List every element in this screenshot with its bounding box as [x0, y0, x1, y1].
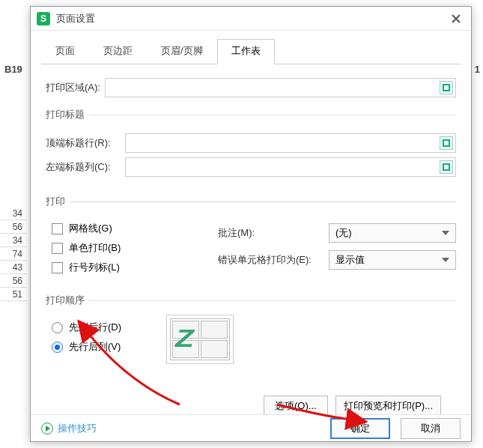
app-icon: S	[37, 12, 50, 25]
range-picker-icon[interactable]	[440, 136, 453, 150]
svg-rect-1	[443, 140, 449, 146]
row-col-headers-checkbox[interactable]	[52, 262, 63, 273]
tab-sheet[interactable]: 工作表	[217, 39, 275, 64]
dialog-title: 页面设置	[56, 12, 447, 25]
page-setup-dialog: S 页面设置 页面 页边距 页眉/页脚 工作表 打印区域(A): 打印标题 顶端…	[30, 6, 472, 442]
comments-select[interactable]: (无)	[329, 223, 456, 243]
dialog-body: 打印区域(A): 打印标题 顶端标题行(R): 左端标题列(C):	[31, 64, 471, 414]
left-title-cols-input[interactable]	[125, 157, 456, 177]
top-title-rows-input[interactable]	[125, 133, 456, 153]
monochrome-checkbox[interactable]	[52, 243, 63, 254]
range-picker-icon[interactable]	[440, 81, 453, 94]
errors-value: 显示值	[335, 253, 365, 267]
order-down-over-radio[interactable]	[52, 322, 63, 333]
gridlines-checkbox[interactable]	[52, 223, 63, 234]
tab-page[interactable]: 页面	[41, 39, 89, 64]
gridlines-label: 网格线(G)	[69, 222, 112, 235]
tab-margins[interactable]: 页边距	[89, 39, 147, 64]
cell-ref: B19	[4, 64, 22, 75]
row-col-headers-label: 行号列标(L)	[69, 261, 120, 274]
svg-rect-0	[443, 85, 449, 91]
close-icon[interactable]	[447, 10, 465, 28]
options-button[interactable]: 选项(O)...	[264, 396, 328, 414]
col-hdr-right: 1	[475, 64, 480, 75]
chevron-down-icon	[442, 231, 449, 235]
range-picker-icon[interactable]	[440, 160, 453, 174]
tab-header-footer[interactable]: 页眉/页脚	[147, 39, 217, 64]
titlebar: S 页面设置	[31, 7, 471, 31]
tabs: 页面 页边距 页眉/页脚 工作表	[31, 31, 471, 64]
errors-select[interactable]: 显示值	[329, 250, 456, 270]
print-order-legend: 打印顺序	[46, 294, 89, 307]
dialog-footer: 操作技巧 确定 取消	[31, 414, 471, 441]
print-legend: 打印	[46, 195, 70, 208]
print-area-label: 打印区域(A):	[46, 81, 100, 94]
errors-label: 错误单元格打印为(E):	[218, 253, 323, 267]
chevron-down-icon	[442, 258, 449, 262]
svg-rect-2	[443, 164, 449, 170]
comments-label: 批注(M):	[218, 226, 323, 240]
print-preview-button[interactable]: 打印预览和打印(P)...	[335, 396, 441, 414]
print-titles-group: 打印标题 顶端标题行(R): 左端标题列(C):	[46, 108, 456, 184]
order-over-down-label: 先行后列(V)	[69, 340, 121, 354]
order-down-over-label: 先列后行(D)	[69, 321, 121, 334]
left-title-cols-label: 左端标题列(C):	[46, 160, 121, 174]
cancel-button[interactable]: 取消	[401, 418, 461, 439]
comments-value: (无)	[335, 226, 352, 240]
order-over-down-radio[interactable]	[52, 342, 63, 353]
tips-link[interactable]: 操作技巧	[58, 422, 97, 435]
monochrome-label: 单色打印(B)	[69, 241, 121, 255]
print-area-input[interactable]	[105, 78, 456, 97]
ok-button[interactable]: 确定	[330, 418, 390, 439]
print-options-group: 打印 网格线(G) 单色打印(B) 行号列标(L)	[46, 195, 456, 283]
order-preview: Z	[166, 315, 234, 364]
print-order-group: 打印顺序 先列后行(D) 先行后列(V)	[46, 294, 456, 367]
play-icon	[41, 423, 53, 435]
top-title-rows-label: 顶端标题行(R):	[46, 136, 121, 150]
print-titles-legend: 打印标题	[46, 108, 89, 121]
